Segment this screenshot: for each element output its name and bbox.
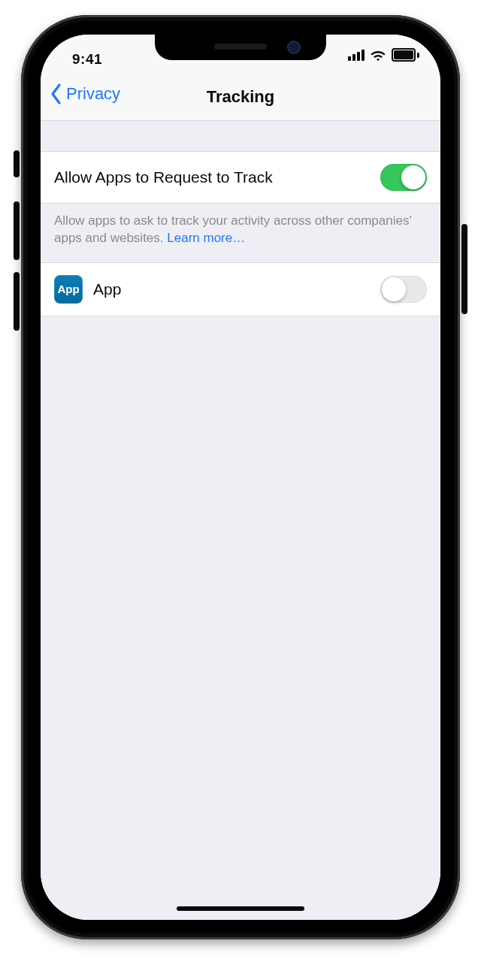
learn-more-link[interactable]: Learn more… [167, 231, 245, 245]
page-title: Tracking [41, 87, 440, 107]
section-footer: Allow apps to ask to track your activity… [41, 204, 440, 262]
phone-power-button [461, 224, 467, 314]
toggle-knob [382, 277, 406, 301]
row-app-tracking: App App [41, 262, 440, 316]
phone-frame: 9:41 [21, 15, 460, 939]
content: Allow Apps to Request to Track Allow app… [41, 121, 440, 920]
row-label: App [93, 280, 370, 298]
phone-speaker [214, 44, 267, 50]
phone-volume-up [14, 201, 20, 260]
row-allow-apps-request-track: Allow Apps to Request to Track [41, 151, 440, 204]
toggle-knob [401, 165, 425, 189]
status-time: 9:41 [72, 51, 102, 68]
phone-bezel: 9:41 [27, 21, 454, 933]
phone-front-camera [287, 41, 301, 54]
cell-signal-icon [348, 49, 365, 61]
toggle-app-tracking[interactable] [380, 276, 427, 303]
status-icons [348, 48, 419, 62]
phone-volume-down [14, 272, 20, 331]
canvas: 9:41 [0, 0, 481, 980]
phone-screen: 9:41 [41, 35, 440, 920]
row-label: Allow Apps to Request to Track [54, 168, 370, 186]
section-spacer [41, 121, 440, 151]
home-indicator[interactable] [177, 906, 304, 911]
phone-mute-switch [14, 150, 20, 177]
wifi-icon [371, 49, 386, 61]
nav-bar: Privacy Tracking [41, 77, 440, 121]
app-icon: App [54, 275, 83, 304]
battery-icon [392, 48, 419, 62]
toggle-allow-apps-request-track[interactable] [380, 164, 427, 191]
phone-notch [155, 35, 326, 60]
